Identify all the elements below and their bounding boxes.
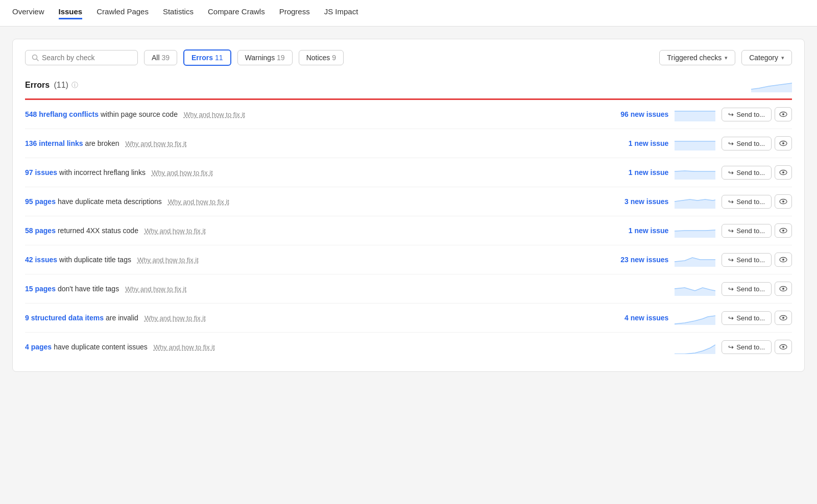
eye-button[interactable] <box>775 223 792 238</box>
filter-notices-btn[interactable]: Notices 9 <box>299 50 344 65</box>
svg-marker-3 <box>675 111 715 121</box>
issue-link[interactable]: 548 hreflang conflicts <box>25 110 99 118</box>
svg-point-23 <box>782 288 784 290</box>
send-icon: ↪ <box>728 140 734 147</box>
new-issues-count: 1 new issue <box>617 139 668 147</box>
issue-link[interactable]: 58 pages <box>25 226 56 235</box>
issue-description: 136 internal links are broken Why and ho… <box>25 139 611 147</box>
eye-button[interactable] <box>775 136 792 150</box>
issue-description: 97 issues with incorrect hreflang links … <box>25 168 611 177</box>
issue-text: with incorrect hreflang links <box>59 168 146 177</box>
fix-link[interactable]: Why and how to fix it <box>145 227 206 235</box>
issue-row: 15 pages don't have title tags Why and h… <box>25 274 792 304</box>
send-to-button[interactable]: ↪ Send to... <box>722 340 772 354</box>
action-btns: ↪ Send to... <box>722 136 792 150</box>
eye-button[interactable] <box>775 282 792 296</box>
action-btns: ↪ Send to... <box>722 311 792 325</box>
nav-statistics[interactable]: Statistics <box>163 7 194 19</box>
issue-row: 4 pages have duplicate content issues Wh… <box>25 333 792 361</box>
chevron-down-icon: ▾ <box>725 55 728 61</box>
nav-progress[interactable]: Progress <box>279 7 310 19</box>
eye-icon <box>779 168 787 177</box>
section-header-sparkline <box>751 78 792 92</box>
new-issues-count: 1 new issue <box>617 168 668 177</box>
eye-button[interactable] <box>775 311 792 325</box>
eye-button[interactable] <box>775 340 792 354</box>
issue-link[interactable]: 136 internal links <box>25 139 83 147</box>
issue-text: are broken <box>85 139 119 147</box>
send-to-button[interactable]: ↪ Send to... <box>722 137 772 150</box>
svg-marker-6 <box>675 141 715 150</box>
search-input[interactable] <box>42 54 131 62</box>
issue-text: within page source code <box>101 110 178 118</box>
issue-description: 95 pages have duplicate meta description… <box>25 197 611 206</box>
issue-text: with duplicate title tags <box>59 256 131 264</box>
issue-text: don't have title tags <box>58 285 119 293</box>
fix-link[interactable]: Why and how to fix it <box>184 111 245 118</box>
issue-link[interactable]: 42 issues <box>25 256 57 264</box>
fix-link[interactable]: Why and how to fix it <box>126 140 187 147</box>
issue-row: 136 internal links are broken Why and ho… <box>25 129 792 158</box>
eye-icon <box>779 314 787 322</box>
category-dropdown[interactable]: Category ▾ <box>741 50 792 65</box>
issue-link[interactable]: 9 structured data items <box>25 314 104 322</box>
eye-button[interactable] <box>775 253 792 267</box>
send-to-button[interactable]: ↪ Send to... <box>722 253 772 267</box>
action-btns: ↪ Send to... <box>722 165 792 180</box>
eye-icon <box>779 226 787 235</box>
send-to-button[interactable]: ↪ Send to... <box>722 166 772 180</box>
filter-warnings-btn[interactable]: Warnings 19 <box>237 50 293 65</box>
issue-link[interactable]: 4 pages <box>25 343 52 351</box>
errors-section-header: Errors (11) ⓘ <box>25 78 792 100</box>
fix-link[interactable]: Why and how to fix it <box>125 285 186 293</box>
filter-errors-btn[interactable]: Errors 11 <box>183 49 231 66</box>
issue-row: 548 hreflang conflicts within page sourc… <box>25 100 792 129</box>
issue-link[interactable]: 95 pages <box>25 197 56 206</box>
svg-marker-12 <box>675 199 715 209</box>
svg-point-20 <box>782 259 784 261</box>
issue-row: 42 issues with duplicate title tags Why … <box>25 245 792 274</box>
fix-link[interactable]: Why and how to fix it <box>152 169 213 177</box>
new-issues-count: 1 new issue <box>617 226 668 235</box>
action-btns: ↪ Send to... <box>722 223 792 238</box>
send-to-button[interactable]: ↪ Send to... <box>722 224 772 238</box>
send-to-button[interactable]: ↪ Send to... <box>722 108 772 121</box>
issue-description: 42 issues with duplicate title tags Why … <box>25 256 611 264</box>
sparkline <box>675 223 715 238</box>
issue-link[interactable]: 15 pages <box>25 285 56 293</box>
issue-link[interactable]: 97 issues <box>25 168 57 177</box>
send-to-button[interactable]: ↪ Send to... <box>722 195 772 209</box>
search-input-wrap <box>25 50 138 65</box>
eye-icon <box>779 139 787 147</box>
issues-card: All 39 Errors 11 Warnings 19 Notices 9 T… <box>12 39 805 372</box>
send-to-button[interactable]: ↪ Send to... <box>722 282 772 296</box>
svg-marker-24 <box>675 316 715 325</box>
fix-link[interactable]: Why and how to fix it <box>137 256 199 264</box>
fix-link[interactable]: Why and how to fix it <box>168 198 229 206</box>
action-btns: ↪ Send to... <box>722 282 792 296</box>
triggered-checks-dropdown[interactable]: Triggered checks ▾ <box>659 50 735 65</box>
nav-overview[interactable]: Overview <box>12 7 44 19</box>
send-icon: ↪ <box>728 343 734 351</box>
svg-point-11 <box>782 171 784 173</box>
nav-compare-crawls[interactable]: Compare Crawls <box>208 7 265 19</box>
send-icon: ↪ <box>728 256 734 264</box>
send-to-button[interactable]: ↪ Send to... <box>722 311 772 325</box>
eye-button[interactable] <box>775 107 792 121</box>
eye-button[interactable] <box>775 165 792 180</box>
info-icon[interactable]: ⓘ <box>71 81 78 90</box>
eye-button[interactable] <box>775 194 792 209</box>
issue-description: 548 hreflang conflicts within page sourc… <box>25 110 611 118</box>
new-issues-count: 4 new issues <box>617 314 668 322</box>
nav-issues[interactable]: Issues <box>59 7 83 19</box>
eye-icon <box>779 110 787 118</box>
svg-marker-9 <box>675 171 715 180</box>
issue-description: 9 structured data items are invalid Why … <box>25 314 611 322</box>
fix-link[interactable]: Why and how to fix it <box>145 314 206 322</box>
fix-link[interactable]: Why and how to fix it <box>154 343 215 351</box>
svg-point-14 <box>782 200 784 203</box>
filter-all-btn[interactable]: All 39 <box>144 50 177 65</box>
nav-crawled-pages[interactable]: Crawled Pages <box>97 7 149 19</box>
nav-js-impact[interactable]: JS Impact <box>324 7 358 19</box>
send-icon: ↪ <box>728 198 734 206</box>
